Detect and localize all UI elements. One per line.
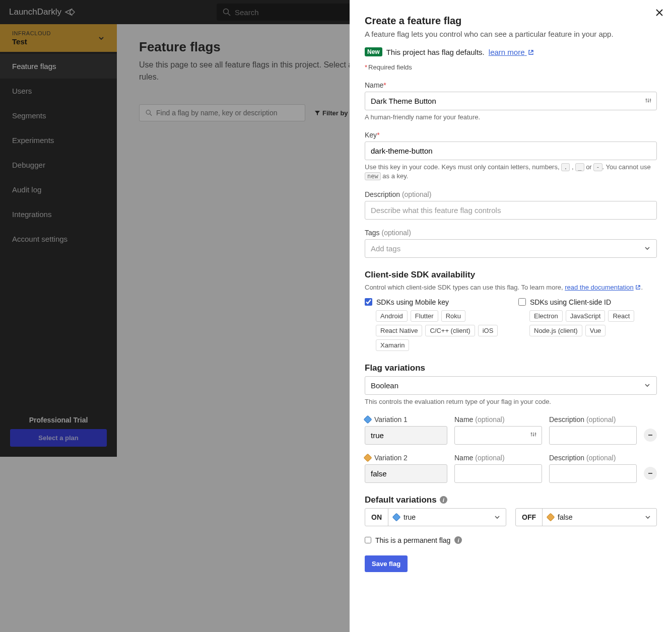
- permanent-flag-checkbox[interactable]: This is a permanent flag i: [365, 536, 657, 544]
- variation-row-2: Variation 2 Name (optional) Description …: [365, 454, 657, 483]
- chip: Electron: [529, 310, 563, 322]
- desc-label: Description (optional): [365, 190, 657, 198]
- desc-input[interactable]: [365, 201, 657, 220]
- sdk-subtitle: Control which client-side SDK types can …: [365, 283, 657, 292]
- remove-variation-button[interactable]: [644, 467, 657, 480]
- tags-label: Tags (optional): [365, 229, 657, 237]
- chip: Android: [376, 310, 408, 322]
- chip: Roku: [441, 310, 465, 322]
- learn-more-link[interactable]: learn more: [489, 48, 534, 56]
- variation-1-name[interactable]: [454, 426, 542, 445]
- info-icon[interactable]: i: [454, 536, 462, 544]
- chip: C/C++ (client): [425, 325, 475, 336]
- variation-2-value[interactable]: [365, 464, 447, 483]
- sdk-mobile-chips: Android Flutter Roku React Native C/C++ …: [365, 310, 503, 351]
- name-help: A human-friendly name for your feature.: [365, 113, 657, 122]
- variation-2-name[interactable]: [454, 464, 542, 483]
- sdk-mobile-checkbox[interactable]: SDKs using Mobile key: [365, 298, 503, 306]
- tune-icon[interactable]: [645, 97, 652, 105]
- external-link-icon: [635, 285, 641, 290]
- sdk-client-chips: Electron JavaScript React Node.js (clien…: [518, 310, 657, 336]
- key-input[interactable]: [365, 142, 657, 160]
- minus-icon: [647, 470, 653, 476]
- external-link-icon: [528, 49, 534, 55]
- variation-2-desc[interactable]: [549, 464, 637, 483]
- create-flag-panel: Create a feature flag A feature flag let…: [350, 0, 672, 632]
- close-button[interactable]: [655, 8, 664, 19]
- chip: iOS: [478, 325, 498, 336]
- default-off-select[interactable]: OFF false: [515, 508, 657, 526]
- chip: Flutter: [411, 310, 438, 322]
- svg-point-9: [535, 434, 536, 435]
- remove-variation-button[interactable]: [644, 429, 657, 442]
- key-help: Use this key in your code. Keys must onl…: [365, 163, 657, 181]
- variations-help: This controls the evaluation return type…: [365, 397, 657, 406]
- info-icon[interactable]: i: [440, 496, 447, 504]
- close-icon: [655, 8, 664, 17]
- default-on-select[interactable]: ON true: [365, 508, 506, 526]
- save-flag-button[interactable]: Save flag: [365, 555, 408, 572]
- name-label: Name*: [365, 81, 657, 89]
- svg-point-7: [531, 433, 532, 435]
- chevron-down-icon: [644, 514, 651, 521]
- sdk-client-checkbox[interactable]: SDKs using Client-side ID: [518, 298, 657, 306]
- variation-1-desc[interactable]: [549, 426, 637, 445]
- name-input[interactable]: [365, 92, 657, 110]
- svg-point-5: [648, 101, 649, 102]
- chevron-down-icon: [644, 245, 651, 252]
- sdk-heading: Client-side SDK availability: [365, 270, 657, 280]
- chevron-down-icon: [644, 382, 651, 389]
- diamond-icon: [364, 415, 372, 424]
- svg-point-8: [533, 435, 534, 437]
- chip: React Native: [376, 325, 422, 336]
- defaults-heading: Default variations i: [365, 495, 657, 505]
- variations-heading: Flag variations: [365, 363, 657, 373]
- diamond-icon: [547, 513, 555, 521]
- chip: Node.js (client): [529, 325, 582, 336]
- chip: Vue: [585, 325, 606, 336]
- variation-row-1: Variation 1 Name (optional) Description …: [365, 415, 657, 445]
- key-label: Key*: [365, 131, 657, 139]
- variation-1-value[interactable]: [365, 426, 447, 445]
- svg-point-6: [650, 99, 651, 101]
- tune-icon[interactable]: [530, 431, 537, 440]
- chip: Xamarin: [376, 339, 409, 351]
- new-badge: New: [365, 47, 382, 56]
- chip: React: [608, 310, 634, 322]
- panel-subtitle: A feature flag lets you control who can …: [365, 30, 657, 38]
- tags-select[interactable]: Add tags: [365, 239, 657, 258]
- variation-type-select[interactable]: Boolean: [365, 376, 657, 395]
- sdk-doc-link[interactable]: read the documentation: [565, 284, 634, 291]
- diamond-icon: [392, 513, 401, 521]
- chip: JavaScript: [566, 310, 606, 322]
- svg-point-4: [646, 99, 647, 100]
- defaults-text: This project has flag defaults.: [386, 48, 485, 56]
- diamond-icon: [364, 453, 372, 462]
- panel-title: Create a feature flag: [365, 15, 657, 27]
- minus-icon: [647, 432, 653, 438]
- required-note: *Required fields: [365, 63, 657, 71]
- chevron-down-icon: [494, 514, 501, 521]
